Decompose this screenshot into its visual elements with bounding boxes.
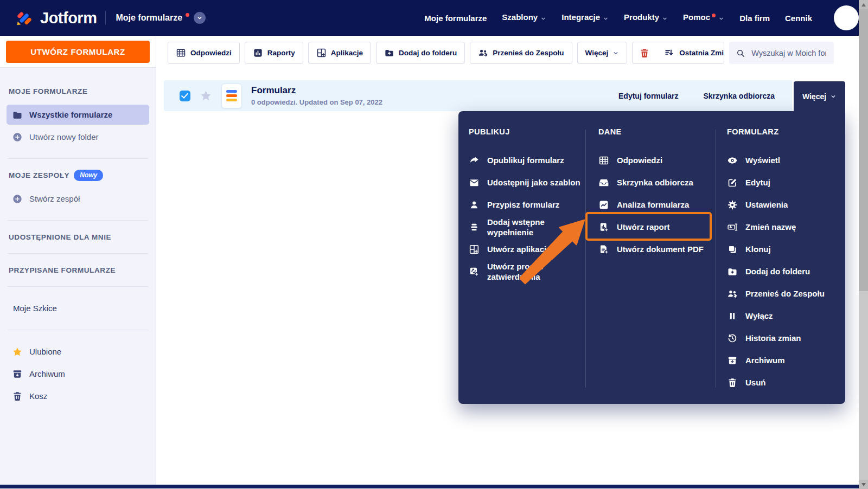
- menu-item-odpowiedzi[interactable]: Odpowiedzi: [598, 149, 712, 171]
- menu-item-utworz-dokument-pdf[interactable]: Utwórz dokument PDF: [598, 238, 712, 260]
- toolbar-button-wiecej[interactable]: Więcej: [577, 42, 628, 64]
- menu-item-zmien-nazwe[interactable]: Zmień nazwę: [727, 216, 838, 238]
- form-row[interactable]: Formularz 0 odpowiedzi. Updated on Sep 0…: [164, 80, 792, 111]
- menu-item-usun[interactable]: Usuń: [727, 371, 838, 394]
- sidebar-heading-udostepnione-dla-mnie: UDOSTĘPNIONE DLA MNIE: [9, 232, 149, 242]
- toolbar-button-label: Odpowiedzi: [190, 49, 232, 57]
- sidebar-item-wszystkie-formularze[interactable]: Wszystkie formularze: [7, 105, 149, 125]
- menu-item-udostepnij-jako-szablon[interactable]: Udostępnij jako szablon: [469, 171, 582, 194]
- archive-icon: [727, 355, 739, 366]
- menu-item-klonuj[interactable]: Klonuj: [727, 238, 838, 260]
- sidebar-item-label: Stwórz zespół: [29, 194, 80, 203]
- sidebar-item-label: Ulubione: [29, 347, 61, 356]
- menu-column-header: DANE: [598, 126, 712, 137]
- menu-item-opublikuj-formularz[interactable]: Opublikuj formularz: [469, 149, 582, 171]
- clone-icon: [727, 244, 739, 255]
- sort-button[interactable]: Ostatnia Zmiana: [656, 42, 724, 63]
- menu-item-wyswietl[interactable]: Wyświetl: [727, 149, 838, 171]
- avatar[interactable]: [834, 5, 859, 30]
- toolbar-button-label: Raporty: [267, 49, 295, 57]
- menu-item-label: Przypisz formularz: [487, 200, 559, 210]
- notification-dot: [186, 13, 189, 17]
- apps-icon: [316, 48, 327, 58]
- menu-item-utworz-aplikacje[interactable]: Utwórz aplikację: [469, 238, 582, 260]
- menu-item-label: Klonuj: [745, 244, 771, 254]
- menu-item-edytuj[interactable]: Edytuj: [727, 171, 838, 194]
- menu-item-ustawienia[interactable]: Ustawienia: [727, 194, 838, 216]
- delete-button[interactable]: [633, 42, 656, 63]
- menu-item-archiwum[interactable]: Archiwum: [727, 349, 838, 371]
- favorite-star-icon[interactable]: [200, 89, 212, 102]
- scrollbar[interactable]: [859, 0, 868, 489]
- nav-item-pomoc[interactable]: Pomoc: [683, 12, 724, 23]
- toolbar-button-odpowiedzi[interactable]: Odpowiedzi: [168, 42, 240, 64]
- sidebar-heading-label: UDOSTĘPNIONE DLA MNIE: [9, 233, 111, 241]
- workspace-switcher[interactable]: Moje formularze: [116, 12, 206, 24]
- chevron-down-icon[interactable]: [194, 12, 206, 24]
- row-more-button[interactable]: Więcej: [794, 81, 845, 111]
- nav-item-cennik[interactable]: Cennik: [785, 14, 812, 23]
- nav-item-moje-formularze[interactable]: Moje formularze: [424, 14, 487, 23]
- menu-item-label: Analiza formularza: [617, 200, 689, 210]
- sidebar-divider: [8, 253, 148, 254]
- sidebar-item-label: Wszystkie formularze: [29, 110, 112, 119]
- toolbar: OdpowiedziRaportyAplikacjeDodaj do folde…: [168, 42, 834, 64]
- menu-item-przenies-do-zespolu[interactable]: Przenieś do Zespołu: [727, 282, 838, 305]
- row-action-skrzynka-odbiorcza[interactable]: Skrzynka odbiorcza: [704, 92, 775, 100]
- chevron-down-icon: [718, 14, 724, 23]
- menu-item-utworz-proces-zatwierdzania[interactable]: Utwórz proces zatwierdzania: [469, 260, 582, 282]
- sidebar-heading-moje-formularze: MOJE FORMULARZE: [9, 86, 149, 96]
- menu-item-wylacz[interactable]: Wyłącz: [727, 305, 838, 327]
- search-box[interactable]: [729, 42, 834, 64]
- sidebar-item-kosz[interactable]: Kosz: [7, 386, 149, 406]
- sidebar-item-ulubione[interactable]: Ulubione: [7, 342, 149, 362]
- scrollbar-thumb[interactable]: [859, 9, 868, 291]
- gear-icon: [727, 200, 739, 210]
- create-form-button[interactable]: UTWÓRZ FORMULARZ: [6, 41, 150, 63]
- nav-item-label: Produkty: [624, 12, 659, 22]
- menu-item-utworz-raport[interactable]: Utwórz raport: [598, 216, 712, 238]
- folder-plus-icon: [727, 266, 739, 277]
- sidebar-item-archiwum[interactable]: Archiwum: [7, 364, 149, 384]
- menu-item-skrzynka-odbiorcza[interactable]: Skrzynka odbiorcza: [598, 171, 712, 194]
- menu-item-dodaj-wstepne-wypelnienie[interactable]: Dodaj wstępne wypełnienie: [469, 216, 582, 238]
- pdf-plus-icon: [598, 244, 610, 255]
- row-action-edytuj-formularz[interactable]: Edytuj formularz: [618, 92, 678, 100]
- search-input[interactable]: [750, 48, 827, 58]
- sidebar-item-label: Moje Szkice: [13, 304, 57, 313]
- menu-item-przypisz-formularz[interactable]: Przypisz formularz: [469, 194, 582, 216]
- toolbar-button-dodaj-do-folderu[interactable]: Dodaj do folderu: [376, 42, 465, 64]
- sidebar-item-stworz-zespol[interactable]: Stwórz zespół: [7, 189, 149, 209]
- scroll-up-icon[interactable]: [859, 0, 868, 9]
- folder-plus-icon: [384, 48, 394, 58]
- form-subtitle: 0 odpowiedzi. Updated on Sep 07, 2022: [251, 98, 382, 106]
- form-title: Formularz: [251, 85, 382, 96]
- nav-item-integracje[interactable]: Integracje: [561, 12, 609, 23]
- menu-item-historia-zmian[interactable]: Historia zmian: [727, 327, 838, 349]
- nav-item-dla-firm[interactable]: Dla firm: [739, 14, 770, 23]
- toolbar-button-raporty[interactable]: Raporty: [245, 42, 303, 64]
- jotform-logo-icon: [14, 8, 35, 28]
- scroll-down-icon[interactable]: [859, 480, 868, 489]
- toolbar-button-przenies-do-zespolu[interactable]: Przenieś do Zespołu: [470, 42, 572, 64]
- menu-item-analiza-formularza[interactable]: Analiza formularza: [598, 194, 712, 216]
- toolbar-button-aplikacje[interactable]: Aplikacje: [308, 42, 371, 64]
- jotform-logo[interactable]: Jotform: [14, 8, 97, 28]
- sidebar-item-utworz-nowy-folder[interactable]: Utwórz nowy folder: [7, 127, 149, 147]
- menu-item-label: Utwórz aplikację: [487, 244, 551, 254]
- menu-item-label: Archiwum: [745, 355, 785, 365]
- prefill-icon: [469, 222, 481, 233]
- sidebar-item-moje-szkice[interactable]: Moje Szkice: [7, 298, 149, 318]
- chevron-down-icon: [540, 14, 546, 23]
- nav-item-produkty[interactable]: Produkty: [624, 12, 668, 23]
- menu-item-label: Utwórz proces zatwierdzania: [487, 261, 582, 282]
- menu-item-label: Opublikuj formularz: [487, 155, 564, 165]
- nav-item-szablony[interactable]: Szablony: [502, 12, 546, 23]
- row-checkbox[interactable]: [180, 91, 190, 101]
- menu-column-divider: [585, 130, 586, 388]
- sidebar-divider: [8, 286, 148, 287]
- chevron-down-icon: [662, 14, 668, 23]
- sidebar-heading-label: MOJE ZESPOŁY: [9, 171, 69, 179]
- toolbar-trash-sort-group: Ostatnia Zmiana: [632, 42, 724, 64]
- menu-item-dodaj-do-folderu[interactable]: Dodaj do folderu: [727, 260, 838, 282]
